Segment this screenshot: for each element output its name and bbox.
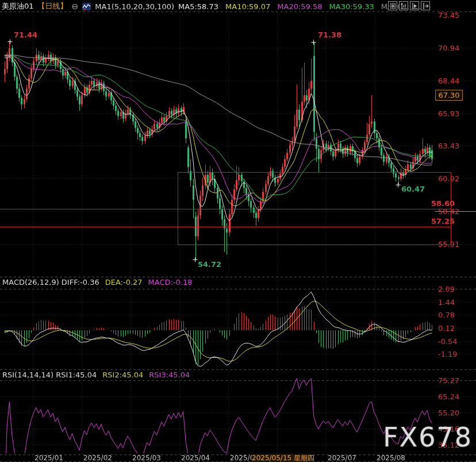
axis-tick-label: 0.12 xyxy=(438,324,455,333)
axis-scale-icon[interactable] xyxy=(399,1,408,10)
fx678-watermark: FX678 xyxy=(383,422,473,453)
ma-value-label: MA30:59.33 xyxy=(329,2,374,11)
rsi2-label: RSI2:45.04 xyxy=(102,371,143,379)
macd-dea-label: DEA:-0.27 xyxy=(105,278,143,287)
shift-right-icon[interactable] xyxy=(421,1,430,10)
swing-high-label: 71.44 xyxy=(14,30,37,39)
date-axis-label: 2025/01 xyxy=(34,454,63,462)
period-label[interactable]: 【日线】 xyxy=(38,1,68,12)
macd-main-label: MACD(26,12,9) DIFF:-0.36 xyxy=(2,278,99,287)
swing-low-label: 54.72 xyxy=(198,260,221,269)
axis-tick-label: 2.09 xyxy=(438,285,455,293)
date-axis-label: 2025/07 xyxy=(328,454,356,462)
axis-tick-label: 60.92 xyxy=(438,174,459,183)
ma-value-label: MA5:58.73 xyxy=(178,2,218,11)
rsi3-label: RSI3:45.04 xyxy=(149,371,190,379)
mini-chart-icon[interactable] xyxy=(82,3,91,10)
ma-group-label: MA1(5,10,20,30,100) xyxy=(95,2,174,11)
axis-tick-label: 65.93 xyxy=(438,109,459,118)
axis-tick-label: 63.43 xyxy=(438,142,459,150)
axis-tick-label: -1.19 xyxy=(438,350,458,358)
axis-tick-label: 58.42 xyxy=(438,207,459,216)
symbol-name: 美原油01 xyxy=(2,1,34,12)
macd-header: MACD(26,12,9) DIFF:-0.36 DEA:-0.27 MACD:… xyxy=(2,278,193,287)
axis-tick-label: 65.24 xyxy=(438,392,459,401)
ma-value-label: MA20:59.58 xyxy=(277,2,322,11)
date-axis-label: 2025/03 xyxy=(132,454,161,462)
chart-canvas[interactable] xyxy=(0,0,476,462)
pan-icon[interactable] xyxy=(388,1,397,10)
macd-macd-label: MACD:-0.18 xyxy=(148,278,193,287)
trading-chart-app: 美原油01 【日线】 ⊖ MA1(5,10,20,30,100) MA5:58.… xyxy=(0,0,476,462)
date-axis-label: 2025/02 xyxy=(83,454,112,462)
axis-tick-label: 75.27 xyxy=(438,376,459,385)
crosshair-date-badge: 2025/05/15 星期四 xyxy=(252,454,313,462)
collapse-icon[interactable]: ⊖ xyxy=(72,3,79,10)
date-axis-label: 2025/08 xyxy=(377,454,405,462)
axis-tick-label: -0.54 xyxy=(438,337,458,346)
rsi-main-label: RSI(14,14,14) RSI1:45.04 xyxy=(2,371,97,379)
chart-header: 美原油01 【日线】 ⊖ MA1(5,10,20,30,100) MA5:58.… xyxy=(2,1,431,12)
axis-tick-label: 0.78 xyxy=(438,311,455,319)
axis-tick-label: 55.20 xyxy=(438,408,459,417)
axis-tick-label: 68.44 xyxy=(438,77,459,85)
axis-tick-label: 70.94 xyxy=(438,44,459,52)
axis-play-icon[interactable] xyxy=(410,1,419,10)
axis-tick-label: 55.91 xyxy=(438,240,459,249)
crosshair-price-badge: 67.30 xyxy=(435,90,463,101)
toolbar xyxy=(388,1,430,10)
date-axis-label: 2025/04 xyxy=(181,454,210,462)
swing-high-label: 71.38 xyxy=(318,30,341,39)
rsi-header: RSI(14,14,14) RSI1:45.04 RSI2:45.04 RSI3… xyxy=(2,371,190,379)
axis-tick-label: 73.45 xyxy=(438,11,459,20)
swing-low-label: 60.47 xyxy=(401,185,425,193)
trendline-price-label[interactable]: 57.25 xyxy=(431,217,455,226)
ma-value-label: MA10:59.07 xyxy=(225,2,270,11)
axis-tick-label: 1.44 xyxy=(438,298,455,307)
trendline-price-label[interactable]: 58.60 xyxy=(431,199,455,208)
